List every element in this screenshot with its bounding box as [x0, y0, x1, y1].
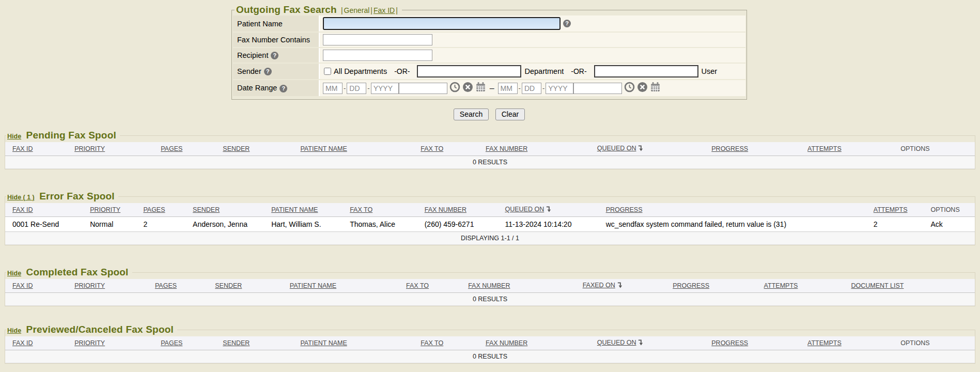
start-month-input[interactable] [323, 83, 343, 94]
column-header-fax-number[interactable]: FAX NUMBER [486, 145, 527, 152]
results-footer: DISPLAYING 1-1 / 1 [5, 232, 975, 245]
column-header-progress[interactable]: PROGRESS [711, 145, 748, 152]
date-separator: - [344, 84, 346, 92]
column-header-fax-to[interactable]: FAX TO [421, 339, 443, 347]
tab-separator: | [396, 6, 398, 14]
start-time-clock-icon[interactable] [449, 82, 460, 95]
column-header-priority[interactable]: PRIORITY [90, 206, 120, 213]
date-range-help-icon[interactable]: ? [279, 85, 287, 92]
sender-help-icon[interactable]: ? [264, 68, 272, 75]
column-header-fax-id[interactable]: FAX ID [12, 339, 33, 347]
previewed-canceled-fax-spool-section: Hide Previewed/Canceled Fax Spool FAX ID… [5, 324, 975, 364]
end-time-input[interactable] [573, 83, 622, 94]
start-date-clear-icon[interactable] [462, 82, 473, 95]
hide-error-link[interactable]: Hide ( 1 ) [7, 194, 35, 201]
fax-cell-fax-id: 0001 Re-Send [5, 217, 83, 232]
column-header-sender[interactable]: SENDER [223, 145, 250, 152]
outgoing-fax-search: Outgoing Fax Search|General|Fax ID| Pati… [231, 0, 747, 120]
column-header-fax-to[interactable]: FAX TO [406, 282, 429, 289]
hide-pending-link[interactable]: Hide [7, 133, 21, 140]
end-month-input[interactable] [498, 83, 518, 94]
end-date-calendar-icon[interactable] [650, 82, 661, 95]
column-header-pages[interactable]: PAGES [143, 206, 165, 213]
column-header-priority[interactable]: PRIORITY [74, 145, 105, 152]
form-buttons: Search Clear [231, 109, 747, 120]
column-header-fax-number[interactable]: FAX NUMBER [425, 206, 466, 213]
fax-cell-progress: wc_sendfax system command failed, return… [599, 217, 866, 232]
end-date-clear-icon[interactable] [637, 82, 648, 95]
fax-spool-sections: Hide Pending Fax Spool FAX IDPRIORITYPAG… [5, 130, 975, 364]
form-title: Outgoing Fax Search [236, 4, 337, 15]
column-header-fax-number[interactable]: FAX NUMBER [468, 282, 510, 289]
column-header-progress[interactable]: PROGRESS [606, 206, 643, 213]
column-header-queued-on[interactable]: QUEUED ON [505, 206, 544, 213]
column-header-pages[interactable]: PAGES [155, 282, 177, 289]
column-header-attempts[interactable]: ATTEMPTS [807, 145, 842, 152]
column-header-pages[interactable]: PAGES [161, 145, 182, 152]
fax-cell-patient-name: Hart, William S. [264, 217, 343, 232]
column-header-fax-number[interactable]: FAX NUMBER [486, 339, 527, 347]
column-header-attempts[interactable]: ATTEMPTS [874, 206, 908, 213]
end-day-input[interactable] [522, 83, 541, 94]
recipient-input[interactable] [323, 50, 432, 61]
fax-cell-fax-to: Thomas, Alice [343, 217, 417, 232]
column-header-patient-name[interactable]: PATIENT NAME [271, 206, 318, 213]
column-header-sender[interactable]: SENDER [215, 282, 242, 289]
start-day-input[interactable] [347, 83, 366, 94]
column-header-sender[interactable]: SENDER [193, 206, 220, 213]
end-year-input[interactable] [546, 83, 573, 94]
results-footer-row: 0 RESULTS [5, 350, 975, 363]
column-header-pages[interactable]: PAGES [161, 339, 182, 347]
previewed-spool-table: FAX IDPRIORITYPAGESSENDERPATIENT NAMEFAX… [5, 336, 975, 363]
user-input[interactable] [594, 65, 698, 78]
all-departments-checkbox[interactable] [324, 68, 331, 75]
hide-completed-link[interactable]: Hide [7, 270, 21, 277]
column-header-fax-to[interactable]: FAX TO [421, 145, 443, 152]
department-input[interactable] [417, 65, 521, 78]
pending-spool-table: FAX IDPRIORITYPAGESSENDERPATIENT NAMEFAX… [5, 142, 975, 169]
error-section-title: Error Fax Spool [39, 191, 115, 202]
column-header-options: OPTIONS [900, 339, 929, 347]
start-time-input[interactable] [399, 83, 447, 94]
fax-number-input[interactable] [323, 34, 432, 45]
column-header-queued-on[interactable]: QUEUED ON [597, 339, 636, 346]
search-button[interactable]: Search [454, 109, 489, 120]
column-header-document-list[interactable]: DOCUMENT LIST [851, 282, 904, 289]
tab-fax-id[interactable]: Fax ID [374, 6, 395, 14]
results-footer-row: 0 RESULTS [5, 156, 975, 169]
tab-general[interactable]: General [344, 6, 370, 14]
error-spool-table: FAX IDPRIORITYPAGESSENDERPATIENT NAMEFAX… [5, 203, 975, 245]
fax-cell-options[interactable]: Ack [923, 217, 975, 232]
sort-descending-icon [637, 340, 643, 347]
column-header-progress[interactable]: PROGRESS [711, 339, 748, 347]
column-header-faxed-on[interactable]: FAXED ON [583, 282, 615, 289]
column-header-fax-id[interactable]: FAX ID [12, 145, 33, 152]
fax-cell-fax-number: (260) 459-6271 [417, 217, 498, 232]
column-header-sender[interactable]: SENDER [223, 339, 250, 347]
fax-cell-priority: Normal [83, 217, 136, 232]
clear-button[interactable]: Clear [495, 109, 525, 120]
column-header-progress[interactable]: PROGRESS [673, 282, 709, 289]
column-header-patient-name[interactable]: PATIENT NAME [300, 339, 347, 347]
column-header-patient-name[interactable]: PATIENT NAME [290, 282, 336, 289]
column-header-priority[interactable]: PRIORITY [74, 282, 105, 289]
patient-name-help-icon[interactable]: ? [563, 20, 571, 27]
end-time-clock-icon[interactable] [624, 82, 635, 95]
department-label: Department [524, 67, 564, 75]
column-header-patient-name[interactable]: PATIENT NAME [300, 145, 347, 152]
column-header-fax-to[interactable]: FAX TO [350, 206, 372, 213]
start-date-calendar-icon[interactable] [475, 82, 486, 95]
column-header-options: OPTIONS [930, 206, 959, 213]
recipient-help-icon[interactable]: ? [271, 52, 278, 59]
column-header-queued-on[interactable]: QUEUED ON [597, 145, 636, 152]
hide-previewed-link[interactable]: Hide [7, 327, 21, 334]
recipient-label: Recipient [237, 51, 268, 59]
column-header-attempts[interactable]: ATTEMPTS [764, 282, 798, 289]
column-header-fax-id[interactable]: FAX ID [12, 206, 33, 213]
column-header-attempts[interactable]: ATTEMPTS [807, 339, 842, 347]
column-header-fax-id[interactable]: FAX ID [12, 282, 33, 289]
start-year-input[interactable] [371, 83, 399, 94]
patient-name-input[interactable] [323, 17, 561, 30]
or-separator: -OR- [571, 67, 586, 75]
column-header-priority[interactable]: PRIORITY [74, 339, 105, 347]
